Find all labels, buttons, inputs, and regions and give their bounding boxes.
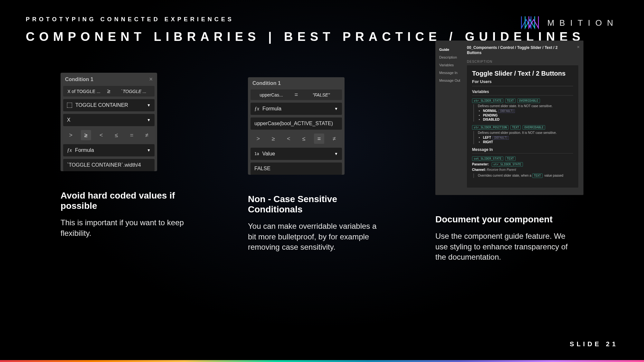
nav-guide[interactable]: Guide — [438, 46, 462, 53]
var2-tags: str_SLIDER_POSITION TEXT OVERRIDABLE — [472, 125, 573, 130]
panel-header: Condition 1 × — [61, 73, 157, 86]
value-input[interactable]: FALSE — [251, 162, 342, 175]
column-title: Avoid hard coded values if possible — [61, 190, 203, 211]
chevron-down-icon: ▼ — [334, 107, 338, 111]
logo-text: MBITION — [547, 18, 618, 28]
msgin-tags: set_SLIDER_STATE TEXT — [472, 156, 573, 161]
summary-right: `TOGGLE ... — [116, 89, 151, 94]
op-lt[interactable]: < — [96, 130, 106, 140]
close-icon[interactable]: × — [149, 76, 153, 83]
formula-input[interactable]: upperCase(bool_ACTIVE_STATE) — [251, 117, 342, 130]
doc-body: Toggle Slider / Text / 2 Buttons For Use… — [467, 65, 578, 188]
documentation-panel: Guide Description Variables Message In M… — [435, 41, 583, 195]
tag: OVERRIDABLE — [517, 98, 540, 103]
property-dropdown[interactable]: X ▼ — [63, 114, 155, 126]
op-gte[interactable]: ≥ — [268, 134, 279, 144]
doc-main: × 00_Components / Control / Toggle Slide… — [465, 41, 583, 195]
tag: TEXT — [505, 156, 516, 161]
description-label: DESCRIPTION — [467, 60, 578, 63]
condition-summary: X of TOGGLE ... ≥ `TOGGLE ... — [63, 86, 155, 97]
summary-op: = — [291, 91, 301, 98]
tag: TEXT — [505, 98, 516, 103]
column-2: Condition 1 upperCas... = "FALSE" ƒxForm… — [248, 73, 390, 253]
close-icon[interactable]: × — [577, 44, 580, 50]
op-lte[interactable]: ≤ — [111, 130, 122, 140]
chevron-down-icon: ▼ — [147, 118, 151, 122]
content-columns: Condition 1 × X of TOGGLE ... ≥ `TOGGLE … — [0, 44, 644, 262]
nav-variables[interactable]: Variables — [438, 61, 462, 69]
operator-row: > ≥ < ≤ = ≠ — [251, 132, 342, 145]
logo: MBITION — [520, 14, 618, 32]
summary-left: upperCas... — [254, 92, 289, 97]
tag: OVERRIDABLE — [523, 125, 545, 130]
var2-block: Defines current slider position. It is N… — [473, 131, 573, 144]
column-3: Guide Description Variables Message In M… — [435, 73, 583, 262]
column-body: Use the component guide feature. We use … — [435, 231, 571, 262]
panel-title: Condition 1 — [65, 77, 93, 82]
operator-row: > ≥ < ≤ = ≠ — [63, 129, 155, 142]
column-body: This is important if you want to keep fl… — [61, 218, 196, 238]
op-lte[interactable]: ≤ — [299, 134, 309, 144]
tag: TEXT — [510, 125, 521, 130]
var1-block: Defines current slider state. It is NOT … — [473, 104, 573, 122]
channel-row: Channel: Receive from Parent — [472, 168, 573, 172]
variables-header: Variables — [472, 89, 573, 96]
container-icon — [67, 103, 72, 108]
chevron-down-icon: ▼ — [147, 148, 151, 153]
value-type-dropdown[interactable]: ƒxFormula ▼ — [251, 103, 342, 115]
op-eq[interactable]: = — [314, 134, 324, 144]
summary-op: ≥ — [104, 88, 114, 95]
doc-nav: Guide Description Variables Message In M… — [435, 41, 465, 195]
condition-panel-1: Condition 1 × X of TOGGLE ... ≥ `TOGGLE … — [61, 73, 157, 171]
summary-left: X of TOGGLE ... — [66, 89, 101, 94]
panel-title: Condition 1 — [252, 80, 281, 86]
condition-panel-2: Condition 1 upperCas... = "FALSE" ƒxForm… — [248, 77, 345, 175]
op-gte[interactable]: ≥ — [81, 130, 91, 140]
formula-icon: ƒx — [67, 147, 72, 153]
rainbow-bar — [0, 360, 644, 362]
nav-description[interactable]: Description — [438, 53, 462, 61]
column-title: Document your component — [435, 214, 583, 225]
tag: str_SLIDER_STATE — [472, 98, 503, 103]
tag: set_SLIDER_STATE — [472, 156, 503, 161]
column-title: Non - Case Sensitive Conditionals — [248, 194, 390, 215]
condition-summary: upperCas... = "FALSE" — [251, 89, 342, 100]
tag: str_SLIDER_POSITION — [472, 125, 508, 130]
msgin-desc: Overrides current slider state, when a T… — [473, 173, 573, 178]
summary-right: "FALSE" — [304, 92, 339, 97]
var1-desc: Defines current slider state. It is NOT … — [478, 104, 573, 108]
column-body: You can make overridable variables a bit… — [248, 221, 383, 252]
var2-desc: Defines current slider position. It is N… — [478, 131, 573, 135]
doc-heading: Toggle Slider / Text / 2 Buttons — [472, 70, 573, 77]
nav-message-in[interactable]: Message In — [438, 69, 462, 77]
value-type-dropdown[interactable]: ƒxFormula ▼ — [63, 144, 155, 156]
formula-icon: ƒx — [254, 106, 259, 112]
message-in-header: Message In — [472, 147, 573, 153]
op-gt[interactable]: > — [66, 130, 76, 140]
chevron-down-icon: ▼ — [147, 103, 151, 107]
nav-message-out[interactable]: Message Out — [438, 77, 462, 84]
panel-header: Condition 1 — [248, 77, 345, 89]
op-gt[interactable]: > — [253, 134, 263, 144]
chevron-down-icon: ▼ — [334, 152, 338, 156]
value-dropdown[interactable]: 1aValue ▼ — [251, 148, 342, 160]
op-neq[interactable]: ≠ — [142, 130, 152, 140]
target-dropdown[interactable]: TOGGLE CONTAINER ▼ — [63, 99, 155, 111]
var1-tags: str_SLIDER_STATE TEXT OVERRIDABLE — [472, 98, 573, 103]
breadcrumb: 00_Components / Control / Toggle Slider … — [467, 45, 578, 55]
slide-number: SLIDE 21 — [570, 340, 618, 348]
column-1: Condition 1 × X of TOGGLE ... ≥ `TOGGLE … — [61, 73, 203, 238]
op-neq[interactable]: ≠ — [329, 134, 339, 144]
op-lt[interactable]: < — [283, 134, 294, 144]
param-row: Parameter: str_SLIDER_STATE — [472, 162, 573, 167]
op-eq[interactable]: = — [127, 130, 137, 140]
value-icon: 1a — [254, 152, 259, 156]
doc-subheading: For Users — [472, 79, 573, 86]
formula-input[interactable]: `TOGGLE CONTAINER`.width/4 — [63, 159, 155, 171]
logo-mark-icon — [520, 14, 542, 32]
